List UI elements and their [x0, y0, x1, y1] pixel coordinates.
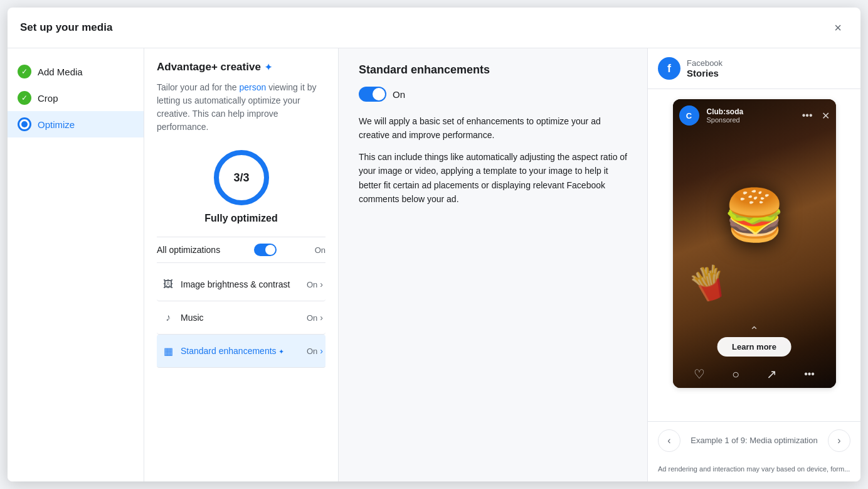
main-toggle-row: On: [359, 87, 627, 102]
sidebar-item-crop[interactable]: ✓ Crop: [8, 85, 144, 111]
check-icon-add-media: ✓: [18, 65, 31, 78]
story-heart-icon[interactable]: ♡: [694, 367, 705, 382]
modal: Set up your media × ✓ Add Media ✓ Crop O…: [8, 8, 860, 481]
preview-content: 🍔 🍟 C Club:soda Sponsored ••• ✕: [648, 89, 860, 421]
panel-desc-link[interactable]: person: [240, 82, 267, 92]
main-panel-title: Standard enhancements: [359, 63, 627, 77]
brand-avatar: C: [679, 105, 699, 126]
opt-item-music[interactable]: ♪ Music On ›: [157, 301, 326, 335]
left-panel: Advantage+ creative ✦ Tailor your ad for…: [144, 48, 339, 481]
brightness-icon: 🖼: [159, 276, 177, 293]
preview-nav: ‹ Example 1 of 9: Media optimization ›: [658, 429, 850, 452]
panel-title-text: Advantage+ creative: [157, 61, 261, 73]
all-optimizations-status: On: [315, 245, 326, 255]
story-comment-icon[interactable]: ○: [732, 367, 739, 382]
story-more-icon[interactable]: •••: [802, 110, 813, 121]
toggle-slider: [254, 244, 277, 256]
sidebar-label-add-media: Add Media: [38, 67, 83, 77]
donut-container: 3/3 Fully optimized: [157, 146, 326, 224]
main-panel: Standard enhancements On We will apply a…: [339, 48, 647, 481]
opt-label-standard: Standard enhancements ✦: [181, 346, 307, 356]
donut-label: Fully optimized: [204, 213, 277, 224]
story-header-bar: C Club:soda Sponsored ••• ✕: [673, 99, 836, 129]
facebook-logo: f: [658, 57, 680, 80]
main-toggle-slider: [359, 87, 386, 102]
all-optimizations-toggle[interactable]: [254, 244, 277, 256]
opt-item-standard[interactable]: ▦ Standard enhancements ✦ On ›: [157, 335, 326, 368]
main-panel-desc1: We will apply a basic set of enhancement…: [359, 114, 627, 142]
svg-text:3/3: 3/3: [233, 171, 249, 184]
spark-icon: ✦: [265, 62, 272, 72]
modal-header: Set up your media ×: [8, 8, 860, 48]
main-toggle-label: On: [393, 89, 405, 100]
standard-spark-icon: ✦: [278, 348, 284, 355]
modal-title: Set up your media: [20, 21, 112, 34]
preview-footer: ‹ Example 1 of 9: Media optimization ›: [648, 421, 860, 459]
sidebar-label-crop: Crop: [38, 93, 58, 104]
all-optimizations-row: All optimizations On: [157, 237, 326, 263]
preview-platform-info: Facebook Stories: [687, 58, 722, 78]
main-panel-desc2: This can include things like automatical…: [359, 150, 627, 207]
opt-status-brightness: On: [307, 280, 317, 289]
next-button[interactable]: ›: [828, 429, 850, 452]
preview-platform-parent: Facebook: [687, 58, 722, 68]
opt-item-brightness[interactable]: 🖼 Image brightness & contrast On ›: [157, 268, 326, 301]
opt-label-brightness: Image brightness & contrast: [181, 279, 307, 289]
brand-info: Club:soda Sponsored: [703, 107, 744, 124]
preview-platform-name: Stories: [687, 68, 722, 78]
story-controls: ••• ✕: [802, 110, 830, 122]
opt-status-music: On: [307, 313, 317, 323]
burger-emoji: 🍔: [723, 186, 786, 245]
sidebar-item-optimize[interactable]: Optimize: [8, 111, 144, 137]
check-icon-crop: ✓: [18, 91, 31, 105]
prev-button[interactable]: ‹: [658, 429, 680, 452]
chevron-music-icon: ›: [320, 313, 323, 323]
nav-label: Example 1 of 9: Media optimization: [685, 436, 823, 445]
preview-panel: f Facebook Stories 🍔 🍟: [647, 48, 860, 481]
chevron-brightness-icon: ›: [320, 279, 323, 289]
opt-label-music: Music: [181, 313, 307, 323]
panel-description: Tailor your ad for the person viewing it…: [157, 81, 326, 134]
story-card: 🍔 🍟 C Club:soda Sponsored ••• ✕: [673, 99, 836, 388]
chevron-standard-icon: ›: [320, 346, 323, 356]
opt-status-standard: On: [307, 347, 317, 356]
story-up-arrow-icon: ⌃: [749, 324, 759, 338]
sponsored-label: Sponsored: [707, 116, 744, 124]
sidebar-item-add-media[interactable]: ✓ Add Media: [8, 58, 144, 85]
story-close-icon[interactable]: ✕: [822, 110, 830, 122]
active-circle-optimize: [18, 117, 31, 131]
standard-icon: ▦: [159, 342, 177, 360]
story-bottom-bar: ♡ ○ ↗ •••: [673, 360, 836, 388]
music-icon: ♪: [159, 309, 177, 326]
active-circle-inner: [21, 121, 28, 127]
modal-body: ✓ Add Media ✓ Crop Optimize Advantage+ c…: [8, 48, 860, 481]
story-share-icon[interactable]: ↗: [766, 367, 777, 382]
panel-title: Advantage+ creative ✦: [157, 61, 326, 73]
donut-chart: 3/3: [210, 146, 273, 209]
main-toggle[interactable]: [359, 87, 386, 102]
sidebar: ✓ Add Media ✓ Crop Optimize: [8, 48, 144, 481]
panel-desc-before: Tailor your ad for the: [157, 82, 240, 92]
brand-name: Club:soda: [707, 107, 744, 116]
all-optimizations-label: All optimizations: [157, 245, 220, 255]
close-button[interactable]: ×: [828, 18, 848, 38]
story-cta-button[interactable]: Learn more: [717, 337, 791, 357]
sidebar-label-optimize: Optimize: [38, 119, 75, 130]
story-dots-icon[interactable]: •••: [804, 368, 815, 380]
preview-header: f Facebook Stories: [648, 48, 860, 89]
preview-note: Ad rendering and interaction may vary ba…: [648, 459, 860, 481]
